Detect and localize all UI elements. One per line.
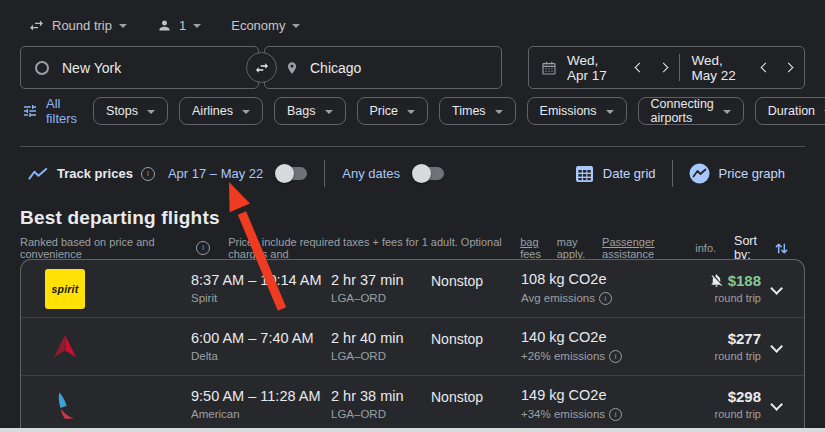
- return-date-next-icon[interactable]: [784, 63, 794, 73]
- flight-times: 9:50 AM – 11:28 AM: [191, 389, 331, 404]
- all-filters-icon: [22, 103, 38, 119]
- filter-pill-airlines[interactable]: Airlines: [179, 97, 263, 125]
- filter-pill-emissions[interactable]: Emissions: [527, 97, 627, 125]
- airline-name: Delta: [191, 351, 331, 363]
- airline-name: American: [191, 409, 331, 421]
- flight-row-spirit[interactable]: spirit 8:37 AM – 10:14 AM Spirit 2 hr 37…: [21, 260, 804, 317]
- ranked-note: Ranked based on price and convenience: [20, 236, 210, 260]
- info-icon[interactable]: [609, 408, 622, 421]
- filter-pill-stops[interactable]: Stops: [93, 97, 168, 125]
- expand-flight-icon: [770, 398, 783, 411]
- airline-logo-cell: spirit: [21, 269, 191, 309]
- cabin-class-label: Economy: [231, 18, 285, 33]
- filter-pill-bags[interactable]: Bags: [274, 97, 346, 125]
- return-date-value[interactable]: Wed, May 22: [692, 53, 749, 83]
- destination-field[interactable]: Chicago: [264, 46, 502, 89]
- return-date-prev-icon[interactable]: [761, 63, 771, 73]
- track-prices-icon: [28, 167, 48, 181]
- flight-row-delta[interactable]: 6:00 AM – 7:40 AM Delta 2 hr 40 min LGA–…: [21, 317, 804, 375]
- emissions-value: 108 kg CO2e: [521, 272, 676, 287]
- expand-flight-icon: [770, 282, 783, 295]
- price-cell: $277 round trip: [676, 331, 761, 362]
- price-alert-off-icon: [709, 273, 724, 288]
- expand-cell[interactable]: [755, 400, 798, 409]
- flight-duration: 2 hr 37 min: [331, 273, 431, 288]
- price-graph-button[interactable]: Price graph: [689, 163, 785, 184]
- pill-label: Emissions: [540, 104, 597, 118]
- sort-by-label: Sort by:: [734, 234, 769, 262]
- filter-pill-connecting-airports[interactable]: Connecting airports: [638, 97, 744, 125]
- all-filters-button[interactable]: All filters: [22, 96, 77, 126]
- airline-logo-cell: [21, 385, 191, 425]
- emissions-cell: 108 kg CO2e Avg emissions: [521, 272, 676, 305]
- dropdown-arrow-icon: [325, 110, 333, 114]
- duration-cell: 2 hr 38 min LGA–ORD: [331, 389, 431, 420]
- destination-value: Chicago: [310, 60, 361, 76]
- price-qualifier: round trip: [676, 408, 761, 420]
- trip-type-selector[interactable]: Round trip: [28, 17, 127, 34]
- info-icon[interactable]: [141, 167, 155, 181]
- emissions-note: Avg emissions: [521, 292, 676, 305]
- date-grid-button[interactable]: Date grid: [575, 164, 656, 183]
- passenger-assistance-link[interactable]: Passenger assistance: [602, 236, 695, 260]
- airline-logo-cell: [21, 327, 191, 367]
- pill-label: Airlines: [192, 104, 233, 118]
- depart-date-value[interactable]: Wed, Apr 17: [567, 53, 621, 83]
- results-subheader: Ranked based on price and convenience Pr…: [20, 234, 789, 262]
- spirit-logo-text: spirit: [52, 283, 79, 295]
- info-icon[interactable]: [609, 350, 622, 363]
- dropdown-arrow-icon: [147, 110, 155, 114]
- bag-fees-link[interactable]: bag fees: [520, 236, 557, 260]
- info-icon[interactable]: [196, 241, 210, 255]
- expand-cell[interactable]: [755, 342, 798, 351]
- sort-icon: [774, 241, 789, 256]
- pill-label: Times: [452, 104, 486, 118]
- price-qualifier: round trip: [676, 292, 761, 304]
- origin-field[interactable]: New York: [20, 46, 259, 89]
- dropdown-arrow-icon: [242, 110, 250, 114]
- dropdown-arrow-icon: [495, 110, 503, 114]
- tools-divider: [672, 160, 673, 187]
- origin-radio-icon: [35, 61, 49, 75]
- dates-field: Wed, Apr 17 Wed, May 22: [528, 46, 805, 89]
- stops-cell: Nonstop: [431, 331, 521, 347]
- price-note-text: info.: [695, 242, 716, 254]
- sort-by-button[interactable]: Sort by:: [734, 234, 789, 262]
- passengers-selector[interactable]: 1: [157, 18, 201, 33]
- duration-cell: 2 hr 40 min LGA–ORD: [331, 331, 431, 362]
- date-grid-icon: [575, 164, 594, 183]
- depart-date-prev-icon[interactable]: [634, 63, 644, 73]
- times-cell: 8:37 AM – 10:14 AM Spirit: [191, 273, 331, 304]
- cabin-class-selector[interactable]: Economy: [231, 18, 300, 33]
- expand-cell[interactable]: [755, 284, 798, 293]
- flight-row-american[interactable]: 9:50 AM – 11:28 AM American 2 hr 38 min …: [21, 375, 804, 432]
- info-icon[interactable]: [599, 292, 612, 305]
- filter-pill-duration[interactable]: Duration: [755, 97, 825, 125]
- flight-duration: 2 hr 38 min: [331, 389, 431, 404]
- airline-name: Spirit: [191, 293, 331, 305]
- all-filters-label: All filters: [46, 96, 77, 126]
- swap-route-button[interactable]: [246, 52, 277, 83]
- track-prices-bar: Track prices Apr 17 – May 22 Any dates D…: [28, 160, 785, 187]
- price-note-text: Prices include required taxes + fees for…: [228, 236, 520, 260]
- dropdown-arrow-icon: [292, 24, 300, 28]
- date-range-toggle[interactable]: [276, 167, 307, 180]
- pill-label: Stops: [106, 104, 138, 118]
- trip-options-bar: Round trip 1 Economy: [28, 17, 300, 34]
- price-cell: $298 round trip: [676, 389, 761, 420]
- dropdown-arrow-icon: [407, 110, 415, 114]
- depart-date-next-icon[interactable]: [658, 63, 668, 73]
- filter-pill-times[interactable]: Times: [439, 97, 516, 125]
- dropdown-arrow-icon: [606, 110, 614, 114]
- any-dates-toggle[interactable]: [413, 167, 444, 180]
- dropdown-arrow-icon: [119, 24, 127, 28]
- filter-pill-price[interactable]: Price: [357, 97, 428, 125]
- filter-bar: All filters Stops Airlines Bags Price Ti…: [22, 96, 825, 126]
- stops-cell: Nonstop: [431, 389, 521, 405]
- swap-route-icon: [254, 60, 270, 76]
- pill-label: Bags: [287, 104, 316, 118]
- date-range-label: Apr 17 – May 22: [168, 166, 263, 181]
- price-graph-label: Price graph: [719, 166, 785, 181]
- dropdown-arrow-icon: [193, 24, 201, 28]
- times-cell: 9:50 AM – 11:28 AM American: [191, 389, 331, 420]
